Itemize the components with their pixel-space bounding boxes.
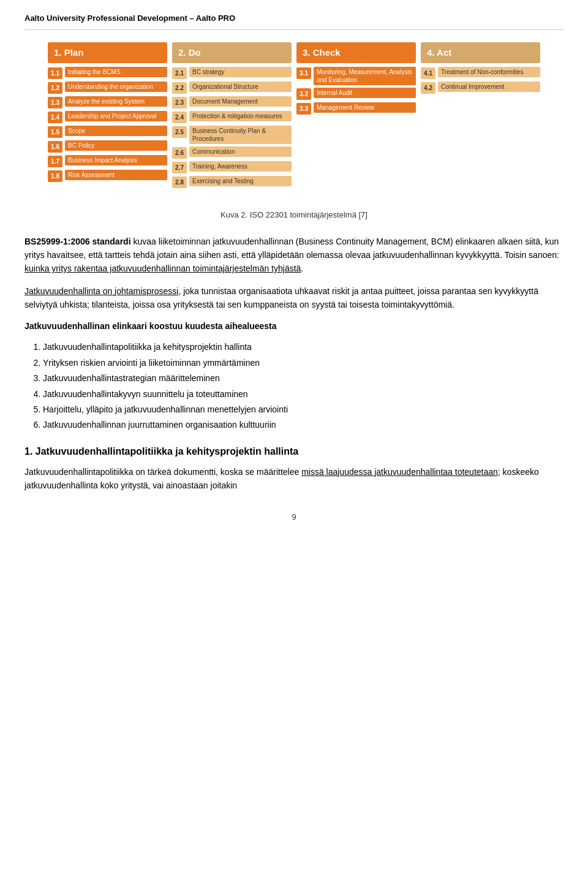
item-box: 2.1BC strategy <box>172 67 292 79</box>
phase-header-plan: 1. Plan <box>48 42 167 64</box>
item-number: 3.2 <box>296 88 311 100</box>
item-number: 1.4 <box>48 112 62 123</box>
main-list: Jatkuvuudenhallintapolitiikka ja kehitys… <box>43 340 564 431</box>
list-item-6: Jatkuvuudenhallinnan juurruttaminen orga… <box>43 418 564 431</box>
iso-diagram: 1. Plan1.1Initiating the BCMS1.2Understa… <box>24 42 564 191</box>
item-label: Scope <box>65 126 167 136</box>
item-label: Initiating the BCMS <box>65 67 167 77</box>
item-label: Monitoring, Measurement, Analysis and Ev… <box>314 67 416 85</box>
paragraph-2: Jatkuvuudenhallinta on johtamisprosessi,… <box>24 284 564 312</box>
item-box: 3.1Monitoring, Measurement, Analysis and… <box>296 67 416 85</box>
item-number: 3.1 <box>296 67 311 79</box>
phase-column-check: 3. Check3.1Monitoring, Measurement, Anal… <box>296 42 416 191</box>
page-number: 9 <box>24 511 564 523</box>
item-number: 4.1 <box>421 67 435 79</box>
item-label: Organizational Structure <box>189 82 292 92</box>
section-title: 1. Jatkuvuudenhallintapolitiikka ja kehi… <box>24 444 564 459</box>
item-label: Management Review <box>314 102 416 113</box>
item-number: 1.1 <box>48 67 62 79</box>
item-box: 1.4Leadership and Project Approval <box>48 111 167 123</box>
item-box: 4.1Treatment of Non-conformities <box>421 67 540 79</box>
item-box: 1.1Initiating the BCMS <box>48 67 167 79</box>
item-label: Understanding the organization <box>65 82 167 92</box>
item-box: 3.2Internal Audit <box>296 88 416 100</box>
item-number: 2.4 <box>172 112 187 123</box>
underline-2: Jatkuvuudenhallinta on johtamisprosessi <box>24 286 178 296</box>
section-heading-text: Jatkuvuudenhallinan elinkaari koostuu ku… <box>24 321 277 331</box>
phase-header-do: 2. Do <box>172 42 292 64</box>
item-number: 2.1 <box>172 67 187 79</box>
item-number: 2.7 <box>172 162 187 173</box>
item-label: Document Management <box>189 96 292 107</box>
item-number: 2.3 <box>172 97 187 108</box>
phase-column-act: 4. Act4.1Treatment of Non-conformities4.… <box>421 42 540 191</box>
item-label: Leadership and Project Approval <box>65 111 167 121</box>
list-item-3: Jatkuvuudenhallintastrategian määrittele… <box>43 371 564 385</box>
paragraph-1: BS25999-1:2006 standardi kuvaa liiketoim… <box>24 235 564 276</box>
underline-3: missä laajuudessa jatkuvuudenhallintaa t… <box>301 467 498 477</box>
item-label: Business Impact Analysis <box>65 155 167 165</box>
item-number: 1.8 <box>48 170 62 182</box>
item-label: BC Policy <box>65 140 167 151</box>
section-heading: Jatkuvuudenhallinan elinkaari koostuu ku… <box>24 320 564 333</box>
item-number: 2.5 <box>172 126 187 138</box>
item-label: Business Continuity Plan & Procedures <box>189 126 292 144</box>
item-box: 2.2Organizational Structure <box>172 82 292 94</box>
item-box: 1.6BC Policy <box>48 140 167 153</box>
item-label: Risk Assessment <box>65 170 167 180</box>
item-box: 2.7Training, Awareness <box>172 161 292 173</box>
item-box: 1.7Business Impact Analysis <box>48 155 167 167</box>
item-box: 4.2Continual Improvement <box>421 82 540 94</box>
item-box: 2.6Communication <box>172 146 292 159</box>
item-box: 1.8Risk Assessment <box>48 170 167 182</box>
item-label: BC strategy <box>189 67 292 77</box>
item-box: 1.3Analyze the existing System <box>48 96 167 108</box>
item-box: 2.4Protection & mitigation measures <box>172 111 292 123</box>
list-item-1: Jatkuvuudenhallintapolitiikka ja kehitys… <box>43 340 564 354</box>
item-number: 3.3 <box>296 103 311 115</box>
item-box: 3.3Management Review <box>296 102 416 115</box>
item-box: 1.5Scope <box>48 126 167 138</box>
item-box: 2.8Exercising and Testing <box>172 176 292 188</box>
item-label: Training, Awareness <box>189 161 292 172</box>
item-number: 1.7 <box>48 156 62 167</box>
item-number: 1.5 <box>48 126 62 138</box>
header-title: Aalto University Professional Developmen… <box>24 13 235 23</box>
item-number: 4.2 <box>421 82 435 94</box>
item-label: Continual Improvement <box>438 82 540 92</box>
phase-column-plan: 1. Plan1.1Initiating the BCMS1.2Understa… <box>48 42 167 191</box>
item-label: Exercising and Testing <box>189 176 292 186</box>
para3-start: Jatkuvuudenhallintapolitiikka on tärkeä … <box>24 467 301 477</box>
para1-text-b: . <box>301 264 303 273</box>
list-item-5: Harjoittelu, ylläpito ja jatkuvuudenhall… <box>43 403 564 416</box>
page-header: Aalto University Professional Developmen… <box>24 12 564 30</box>
item-number: 1.6 <box>48 141 62 153</box>
item-box: 2.3Document Management <box>172 96 292 108</box>
item-number: 2.6 <box>172 147 187 159</box>
item-number: 2.2 <box>172 82 187 94</box>
item-label: Treatment of Non-conformities <box>438 67 540 77</box>
list-item-2: Yrityksen riskien arviointi ja liiketoim… <box>43 356 564 370</box>
item-label: Protection & mitigation measures <box>189 111 292 121</box>
diagram-caption: Kuva 2. ISO 22301 toimintajärjestelmä [7… <box>24 209 564 221</box>
item-number: 2.8 <box>172 176 187 188</box>
item-label: Analyze the existing System <box>65 96 167 107</box>
phase-column-do: 2. Do2.1BC strategy2.2Organizational Str… <box>172 42 292 191</box>
phase-header-check: 3. Check <box>296 42 416 64</box>
bold-standard: BS25999-1:2006 standardi <box>24 237 131 246</box>
item-box: 1.2Understanding the organization <box>48 82 167 94</box>
item-box: 2.5Business Continuity Plan & Procedures <box>172 126 292 144</box>
paragraph-3: Jatkuvuudenhallintapolitiikka on tärkeä … <box>24 465 564 493</box>
list-item-4: Jatkuvuudenhallintakyvyn suunnittelu ja … <box>43 387 564 401</box>
item-number: 1.3 <box>48 97 62 108</box>
item-label: Communication <box>189 146 292 157</box>
phase-header-act: 4. Act <box>421 42 540 64</box>
underline-1: kuinka yritys rakentaa jatkuvuudenhallin… <box>24 264 301 273</box>
item-label: Internal Audit <box>314 88 416 98</box>
item-number: 1.2 <box>48 82 62 94</box>
